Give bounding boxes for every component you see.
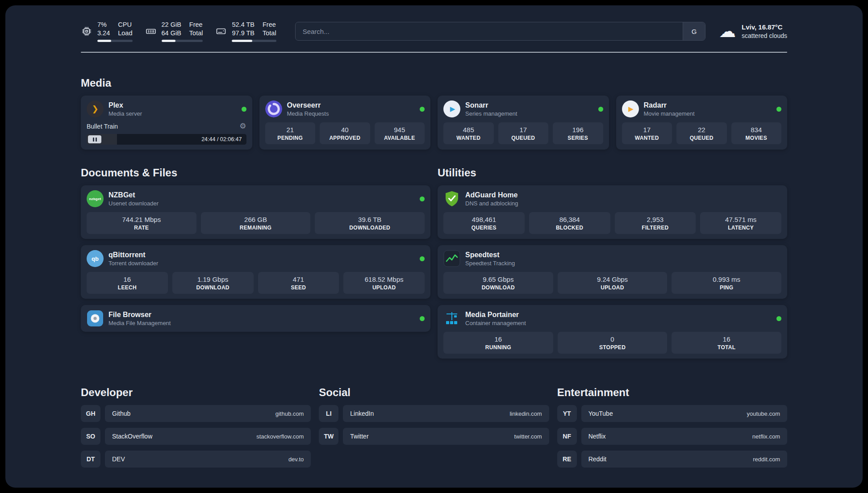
ram-progress-fill <box>162 40 176 42</box>
status-dot <box>242 107 246 112</box>
bookmark-abbr: RE <box>557 451 577 468</box>
stat-tile: 47.571 msLATENCY <box>700 212 781 234</box>
bookmark-abbr: LI <box>319 405 338 422</box>
status-dot <box>776 316 781 321</box>
now-playing-title: Bullet Train <box>87 123 118 130</box>
stat-tile: 196SERIES <box>553 122 603 144</box>
radarr-icon: ▶ <box>622 100 639 117</box>
service-name: Radarr <box>644 101 695 109</box>
bookmark-name: Netflix <box>588 433 606 440</box>
stat-tile: 39.6 TBDOWNLOADED <box>315 212 425 234</box>
card-filebrowser[interactable]: File Browser Media File Management <box>81 305 430 332</box>
bookmark-url: reddit.com <box>753 456 780 463</box>
card-sonarr[interactable]: ▶ Sonarr Series management 485WANTED 17Q… <box>438 96 609 150</box>
service-name: Media Portainer <box>465 310 526 319</box>
cloud-icon: ☁ <box>719 23 736 40</box>
disk-free-value: 52.4 TB <box>232 21 255 29</box>
disk-widget: 52.4 TB 97.9 TB Free Total <box>215 21 276 42</box>
service-subtitle: DNS and adblocking <box>465 200 518 207</box>
service-name: NZBGet <box>108 191 159 199</box>
bookmark-reddit[interactable]: RE Reddit reddit.com <box>557 451 787 468</box>
bookmark-stackoverflow[interactable]: SO StackOverflow stackoverflow.com <box>81 428 311 445</box>
section-title-entertainment: Entertainment <box>557 386 787 399</box>
section-title-documents: Documents & Files <box>81 167 430 179</box>
bookmark-name: Github <box>112 410 130 417</box>
section-title-media: Media <box>81 77 787 89</box>
status-dot <box>598 107 603 112</box>
section-title-utilities: Utilities <box>438 167 787 179</box>
ram-free-label: Free <box>189 21 203 29</box>
card-adguard[interactable]: AdGuard Home DNS and adblocking 498,461Q… <box>438 185 787 239</box>
service-name: Plex <box>108 101 142 109</box>
ram-free-value: 22 GiB <box>162 21 181 29</box>
service-subtitle: Series management <box>465 110 517 117</box>
status-dot <box>776 107 781 112</box>
stat-tile: 16RUNNING <box>443 332 553 354</box>
ram-total-value: 64 GiB <box>162 29 181 38</box>
service-subtitle: Torrent downloader <box>108 260 158 267</box>
bookmark-github[interactable]: GH Github github.com <box>81 405 311 422</box>
bookmark-group-entertainment: Entertainment YT YouTube youtube.com NF … <box>557 386 787 468</box>
bookmark-abbr: YT <box>557 405 577 422</box>
card-portainer[interactable]: Media Portainer Container management 16R… <box>438 305 787 359</box>
service-name: File Browser <box>108 310 171 319</box>
stat-tile: 945AVAILABLE <box>375 122 425 144</box>
pause-button[interactable] <box>88 135 101 143</box>
gear-icon[interactable]: ⚙ <box>239 121 246 131</box>
bookmark-url: linkedin.com <box>509 410 542 417</box>
bookmark-twitter[interactable]: TW Twitter twitter.com <box>319 428 549 445</box>
search-engine-button[interactable]: G <box>683 22 705 40</box>
stat-tile: 17QUEUED <box>498 122 549 144</box>
dashboard: 7% 3.24 CPU Load 22 GiB <box>5 5 863 488</box>
header-divider <box>81 52 787 53</box>
service-name: qBittorrent <box>108 251 158 259</box>
bookmark-dev[interactable]: DT DEV dev.to <box>81 451 311 468</box>
bookmark-url: twitter.com <box>514 433 542 440</box>
bookmark-url: netflix.com <box>752 433 780 440</box>
stat-tile: 0STOPPED <box>558 332 668 354</box>
service-subtitle: Usenet downloader <box>108 200 159 207</box>
cpu-progress-fill <box>97 40 111 42</box>
bookmark-name: LinkedIn <box>350 410 374 417</box>
stat-tile: 0.993 msPING <box>672 272 781 294</box>
bookmark-url: youtube.com <box>747 410 780 417</box>
stat-tile: 1.19 GbpsDOWNLOAD <box>172 272 254 294</box>
stat-tile: 21PENDING <box>265 122 316 144</box>
speedtest-icon <box>443 250 460 267</box>
bookmark-name: Twitter <box>350 433 368 440</box>
stat-tile: 471SEED <box>258 272 339 294</box>
service-subtitle: Media server <box>108 110 142 117</box>
disk-free-label: Free <box>263 21 276 29</box>
playback-progress-bar[interactable]: 24:44 / 02:06:47 <box>87 134 246 145</box>
service-name: Overseerr <box>287 101 329 109</box>
bookmark-abbr: SO <box>81 428 100 445</box>
bookmark-youtube[interactable]: YT YouTube youtube.com <box>557 405 787 422</box>
stat-tile: 485WANTED <box>443 122 494 144</box>
service-subtitle: Movie management <box>644 110 695 117</box>
service-name: Sonarr <box>465 101 517 109</box>
bookmark-abbr: DT <box>81 451 100 468</box>
bookmark-abbr: NF <box>557 428 577 445</box>
card-qbittorrent[interactable]: qb qBittorrent Torrent downloader 16LEEC… <box>81 245 430 299</box>
service-subtitle: Media Requests <box>287 110 329 117</box>
bookmark-linkedin[interactable]: LI LinkedIn linkedin.com <box>319 405 549 422</box>
stat-tile: 618.52 MbpsUPLOAD <box>343 272 425 294</box>
card-overseerr[interactable]: Overseerr Media Requests 21PENDING 40APP… <box>259 96 431 150</box>
disk-total-label: Total <box>263 29 276 38</box>
playback-time: 24:44 / 02:06:47 <box>201 136 242 142</box>
card-radarr[interactable]: ▶ Radarr Movie management 17WANTED 22QUE… <box>616 96 788 150</box>
search-bar: G <box>295 22 705 41</box>
search-input[interactable] <box>296 28 683 35</box>
cpu-progress-track <box>97 40 133 42</box>
bookmark-netflix[interactable]: NF Netflix netflix.com <box>557 428 787 445</box>
disk-progress-track <box>232 40 276 42</box>
status-dot <box>420 196 425 201</box>
card-plex[interactable]: ❯ Plex Media server Bullet Train ⚙ <box>81 96 252 150</box>
service-name: Speedtest <box>465 251 515 259</box>
pause-icon <box>93 138 94 142</box>
cpu-label: CPU <box>118 21 132 29</box>
weather-location: Lviv, 16.87°C <box>742 23 787 31</box>
card-speedtest[interactable]: Speedtest Speedtest Tracking 9.65 GbpsDO… <box>438 245 787 299</box>
stat-tile: 834MOVIES <box>731 122 782 144</box>
card-nzbget[interactable]: nzbget NZBGet Usenet downloader 744.21 M… <box>81 185 430 239</box>
